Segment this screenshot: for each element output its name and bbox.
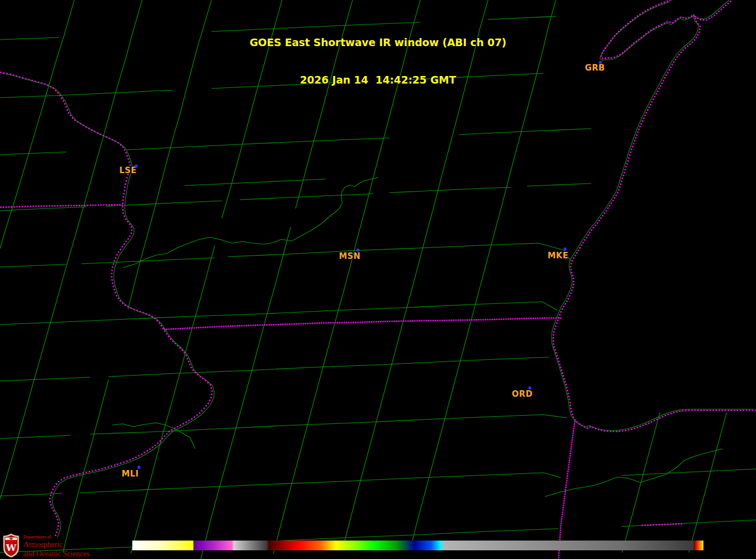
crest-monogram: W xyxy=(5,542,17,553)
crest-cross-arm xyxy=(9,538,13,539)
image-title: GOES East Shortwave IR window (ABI ch 07… xyxy=(0,11,756,111)
logo-name-line2: and Oceanic Sciences xyxy=(23,550,89,558)
county-line xyxy=(240,194,373,200)
county-line xyxy=(403,259,420,320)
county-line xyxy=(0,207,87,211)
station-dot-ORD xyxy=(529,387,531,390)
station-label-ORD: ORD xyxy=(512,389,533,399)
logo-dept-label: Department of xyxy=(23,535,89,539)
satellite-image-viewport: GOES East Shortwave IR window (ABI ch 07… xyxy=(0,0,756,559)
temperature-colorbar xyxy=(132,541,703,550)
uw-aos-logo: W Department of Atmospheric and Oceanic … xyxy=(3,533,89,558)
county-line xyxy=(495,357,549,359)
county-line xyxy=(90,380,108,449)
county-line xyxy=(622,469,756,475)
county-line xyxy=(108,371,243,377)
county-line xyxy=(689,412,727,552)
county-line xyxy=(443,111,459,173)
uw-crest-icon: W xyxy=(3,533,20,558)
county-line xyxy=(373,117,389,178)
county-line xyxy=(495,170,511,232)
county-line xyxy=(380,359,495,365)
station-dot-MLI xyxy=(138,466,140,469)
il-in-border xyxy=(559,421,575,558)
county-line xyxy=(511,110,527,170)
station-label-MLI: MLI xyxy=(121,469,139,479)
county-line xyxy=(334,304,472,310)
county-line xyxy=(0,152,66,155)
county-line xyxy=(411,405,449,548)
mn-ia-border xyxy=(0,205,123,207)
county-line xyxy=(66,316,190,322)
county-line xyxy=(190,310,334,316)
wi-il-border xyxy=(164,318,561,329)
station-label-MKE: MKE xyxy=(548,251,568,261)
county-line xyxy=(184,179,325,186)
county-line xyxy=(163,336,190,434)
county-line xyxy=(131,434,163,554)
county-line xyxy=(243,315,267,403)
county-line xyxy=(0,377,90,381)
county-line xyxy=(219,423,356,429)
mississippi-river xyxy=(0,72,212,536)
county-line xyxy=(622,412,660,552)
in-border-segment xyxy=(642,524,682,525)
county-line xyxy=(0,322,66,325)
county-line xyxy=(472,302,558,310)
county-line xyxy=(459,129,591,135)
county-line xyxy=(0,264,66,267)
county-line xyxy=(527,183,591,186)
county-line xyxy=(310,326,334,415)
county-line xyxy=(488,415,567,418)
station-label-LSE: LSE xyxy=(119,166,137,175)
county-line xyxy=(296,150,311,208)
county-line xyxy=(90,429,219,434)
logo-name-line1: Atmospheric xyxy=(23,541,89,549)
county-line xyxy=(228,251,350,257)
county-line xyxy=(477,473,561,478)
fox-river-se xyxy=(545,449,722,497)
county-line xyxy=(201,481,342,487)
county-line xyxy=(80,487,201,493)
county-line xyxy=(154,140,172,211)
rock-river-mli xyxy=(112,423,195,449)
county-line xyxy=(243,365,380,371)
county-line xyxy=(0,493,62,496)
station-dot-MKE xyxy=(564,248,567,251)
county-line xyxy=(342,475,477,481)
county-line xyxy=(389,187,511,193)
county-line xyxy=(0,421,23,499)
county-line xyxy=(410,529,559,535)
county-line xyxy=(81,258,215,264)
station-dot-LSE xyxy=(135,165,138,168)
county-line xyxy=(219,403,243,488)
county-line xyxy=(334,266,350,326)
county-line xyxy=(222,154,240,218)
station-label-GRB: GRB xyxy=(585,63,605,73)
station-label-MSN: MSN xyxy=(339,251,361,261)
county-line xyxy=(356,417,488,423)
logo-text: Department of Atmospheric and Oceanic Sc… xyxy=(23,533,89,558)
title-line-2: 2026 Jan 14 14:42:25 GMT xyxy=(0,74,756,86)
county-line xyxy=(127,144,240,150)
county-line xyxy=(420,173,443,259)
station-dot-GRB xyxy=(599,61,602,64)
county-line xyxy=(0,435,71,439)
county-line xyxy=(23,267,66,421)
county-line xyxy=(106,201,222,206)
station-dot-MSN xyxy=(357,249,360,252)
title-line-1: GOES East Shortwave IR window (ABI ch 07… xyxy=(0,36,756,49)
